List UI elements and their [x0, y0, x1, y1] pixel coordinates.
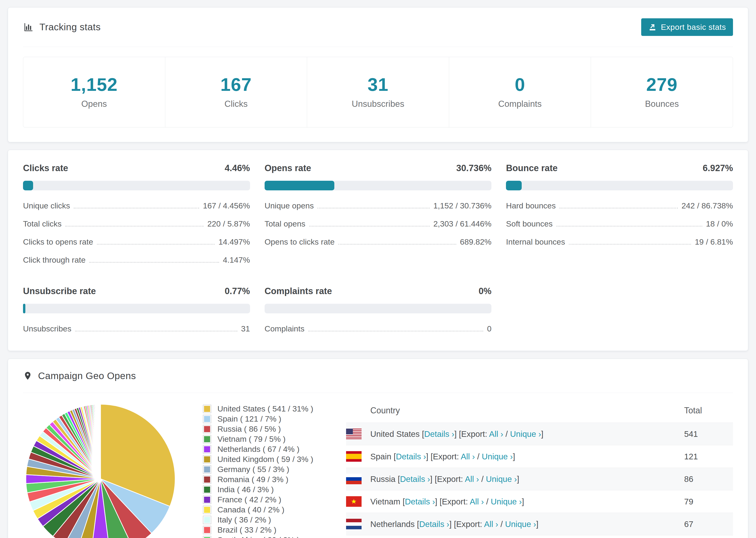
- legend-item-germany: Germany ( 55 / 3% ): [203, 464, 313, 474]
- geo-header: Campaign Geo Opens: [23, 359, 733, 393]
- geo-row-total: 121: [684, 452, 733, 461]
- rate-panel-bounce-rate: Bounce rate6.927%Hard bounces242 / 86.73…: [506, 163, 733, 265]
- rate-detail-row: Soft bounces18 / 0%: [506, 219, 733, 228]
- geo-row-links: United States [Details ›] [Export: All ›…: [370, 429, 684, 439]
- rate-detail-value: 4.147%: [223, 255, 250, 265]
- geo-table-row-spain: Spain [Details ›] [Export: All › / Uniqu…: [346, 445, 733, 467]
- rate-title: Complaints rate: [265, 286, 332, 296]
- details-link[interactable]: Details ›: [405, 497, 435, 506]
- export-all-link[interactable]: All ›: [484, 519, 498, 529]
- geo-row-total: 86: [684, 474, 733, 484]
- location-pin-icon: [23, 370, 32, 382]
- legend-label: Brazil ( 33 / 2% ): [217, 525, 276, 534]
- rate-value: 4.46%: [225, 163, 250, 173]
- legend-item-romania: Romania ( 49 / 3% ): [203, 474, 313, 484]
- legend-item-netherlands: Netherlands ( 67 / 4% ): [203, 444, 313, 454]
- rate-detail-row: Unique opens1,152 / 30.736%: [265, 201, 492, 210]
- rate-detail-value: 689.82%: [460, 237, 491, 246]
- legend-item-canada: Canada ( 40 / 2% ): [203, 505, 313, 515]
- flag-us-icon: [346, 429, 361, 439]
- dotted-leader: [97, 244, 215, 244]
- legend-swatch-icon: [203, 435, 211, 443]
- geo-row-links: Netherlands [Details ›] [Export: All › /…: [370, 519, 684, 529]
- column-header-country: Country: [346, 405, 684, 415]
- dotted-leader: [557, 226, 702, 227]
- dotted-leader: [569, 244, 691, 244]
- rate-detail-value: 1,152 / 30.736%: [433, 201, 492, 210]
- legend-swatch-icon: [203, 476, 211, 483]
- legend-label: United States ( 541 / 31% ): [217, 404, 313, 413]
- rate-detail-label: Hard bounces: [506, 201, 556, 210]
- stat-cell-clicks: 167Clicks: [165, 57, 307, 127]
- legend-item-spain: Spain ( 121 / 7% ): [203, 414, 313, 424]
- rate-detail-row: Total clicks220 / 5.87%: [23, 219, 250, 228]
- rates-card: Clicks rate4.46%Unique clicks167 / 4.456…: [8, 150, 748, 351]
- legend-swatch-icon: [203, 486, 211, 493]
- legend-label: Spain ( 121 / 7% ): [217, 414, 281, 423]
- geo-row-total: 79: [684, 497, 733, 506]
- flag-es-icon: [346, 451, 361, 462]
- geo-table-row-vietnam: Vietnam [Details ›] [Export: All › / Uni…: [346, 490, 733, 512]
- rate-detail-value: 19 / 6.81%: [695, 237, 733, 246]
- export-all-link[interactable]: All ›: [460, 452, 475, 461]
- rate-detail-label: Opens to clicks rate: [265, 237, 335, 246]
- rate-progress-bar: [506, 181, 733, 190]
- geo-table-row-russia: Russia [Details ›] [Export: All › / Uniq…: [346, 467, 733, 490]
- export-unique-link[interactable]: Unique ›: [491, 497, 522, 506]
- dotted-leader: [308, 331, 483, 331]
- export-unique-link[interactable]: Unique ›: [510, 429, 541, 439]
- legend-label: Romania ( 49 / 3% ): [217, 475, 288, 484]
- rate-title: Bounce rate: [506, 163, 558, 173]
- page-title: Tracking stats: [39, 22, 101, 32]
- legend-item-france: France ( 42 / 2% ): [203, 495, 313, 505]
- rate-detail-value: 242 / 86.738%: [681, 201, 733, 210]
- flag-nl-icon: [346, 519, 361, 529]
- campaign-geo-opens-card: Campaign Geo Opens United States ( 541 /…: [8, 359, 748, 538]
- export-unique-link[interactable]: Unique ›: [505, 519, 536, 529]
- country-name: United States: [370, 429, 419, 439]
- geo-legend: United States ( 541 / 31% )Spain ( 121 /…: [203, 404, 313, 538]
- export-all-link[interactable]: All ›: [465, 474, 479, 484]
- export-prefix: Export:: [433, 452, 459, 461]
- export-button-label: Export basic stats: [661, 23, 726, 32]
- rate-detail-label: Unsubscribes: [23, 324, 71, 333]
- stat-label: Complaints: [449, 99, 591, 109]
- country-name: Vietnam: [370, 497, 400, 506]
- legend-swatch-icon: [203, 506, 211, 513]
- export-unique-link[interactable]: Unique ›: [482, 452, 513, 461]
- stat-label: Bounces: [591, 99, 733, 109]
- rate-detail-value: 220 / 5.87%: [207, 219, 250, 228]
- export-all-link[interactable]: All ›: [470, 497, 484, 506]
- geo-row-total: 541: [684, 429, 733, 439]
- geo-table-header: Country Total: [346, 397, 733, 422]
- details-link[interactable]: Details ›: [396, 452, 426, 461]
- geo-row-links: Vietnam [Details ›] [Export: All › / Uni…: [370, 497, 684, 506]
- rate-detail-value: 167 / 4.456%: [203, 201, 250, 210]
- export-prefix: Export:: [437, 474, 463, 484]
- bar-chart-icon: [23, 22, 34, 32]
- dotted-leader: [89, 262, 219, 263]
- export-basic-stats-button[interactable]: Export basic stats: [641, 18, 733, 36]
- legend-label: India ( 46 / 3% ): [217, 485, 274, 494]
- export-unique-link[interactable]: Unique ›: [486, 474, 517, 484]
- details-link[interactable]: Details ›: [424, 429, 454, 439]
- stat-value: 1,152: [23, 74, 165, 95]
- rate-value: 6.927%: [703, 163, 733, 173]
- legend-label: United Kingdom ( 59 / 3% ): [217, 455, 313, 464]
- rate-title: Opens rate: [265, 163, 311, 173]
- stat-cell-bounces: 279Bounces: [591, 57, 733, 127]
- legend-swatch-icon: [203, 456, 211, 463]
- legend-label: Vietnam ( 79 / 5% ): [217, 435, 286, 444]
- legend-swatch-icon: [203, 466, 211, 473]
- export-all-link[interactable]: All ›: [489, 429, 503, 439]
- legend-item-russia: Russia ( 86 / 5% ): [203, 424, 313, 434]
- details-link[interactable]: Details ›: [400, 474, 430, 484]
- geo-row-total: 67: [684, 519, 733, 529]
- details-link[interactable]: Details ›: [419, 519, 449, 529]
- export-prefix: Export:: [442, 497, 468, 506]
- country-name: Russia: [370, 474, 395, 484]
- stat-cell-opens: 1,152Opens: [23, 57, 165, 127]
- pie-slice[interactable]: [100, 404, 100, 479]
- rate-progress-bar: [265, 304, 492, 313]
- legend-swatch-icon: [203, 496, 211, 504]
